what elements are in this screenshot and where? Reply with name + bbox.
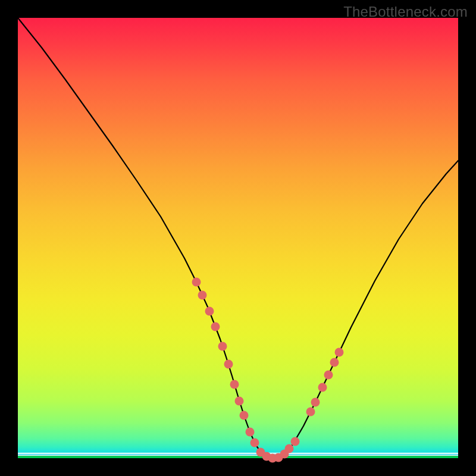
- highlight-dot: [250, 439, 259, 447]
- highlight-dot: [246, 428, 255, 437]
- curve-svg: [18, 18, 458, 458]
- highlight-dot: [224, 360, 233, 369]
- highlight-dot: [318, 383, 327, 392]
- highlight-dot: [335, 348, 344, 357]
- highlight-dot: [330, 358, 339, 367]
- chart-frame: TheBottleneck.com: [0, 0, 476, 476]
- highlight-dot: [311, 398, 320, 407]
- highlight-dot: [291, 437, 300, 446]
- highlight-dot: [324, 371, 333, 380]
- highlight-dot: [240, 411, 249, 420]
- highlight-dot: [205, 307, 214, 316]
- highlight-dot: [192, 278, 201, 287]
- bottleneck-curve-path: [18, 18, 458, 458]
- highlight-dot: [306, 408, 315, 416]
- plot-area: [18, 18, 458, 458]
- highlight-dot: [218, 342, 227, 351]
- highlight-dot: [285, 444, 294, 453]
- highlight-dot: [235, 397, 244, 406]
- highlight-dot: [198, 291, 207, 300]
- highlight-dot: [211, 322, 220, 331]
- highlight-dot: [230, 380, 239, 389]
- highlight-dots-group: [192, 278, 344, 463]
